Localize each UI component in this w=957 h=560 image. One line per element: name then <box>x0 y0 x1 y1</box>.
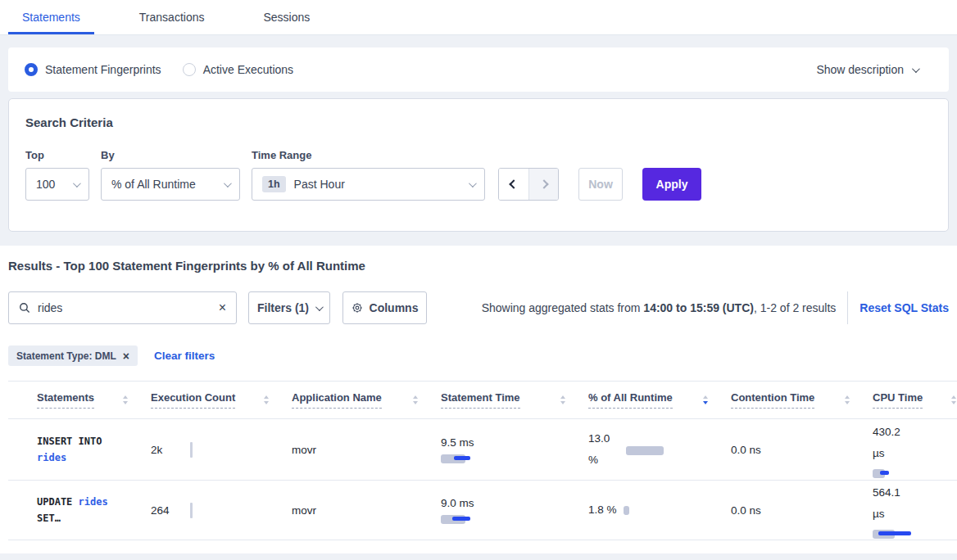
previous-time-window-button[interactable] <box>499 169 528 200</box>
execution-count-bar <box>190 442 193 458</box>
bar-blue <box>452 517 470 521</box>
time-range-label: Time Range <box>252 149 485 161</box>
next-time-window-button[interactable] <box>528 169 558 200</box>
now-button-label: Now <box>588 178 613 191</box>
gear-icon <box>352 302 363 314</box>
tab-transactions[interactable]: Transactions <box>125 0 219 34</box>
statement-time-value: 9.5 ms <box>441 436 474 449</box>
tab-label: Statements <box>22 11 80 24</box>
sort-icon <box>554 395 565 404</box>
statements-table: Statements Execution Count Application N… <box>8 381 957 540</box>
radio-label: Statement Fingerprints <box>45 63 161 76</box>
results-section: Results - Top 100 Statement Fingerprints… <box>0 246 957 553</box>
statement-link[interactable]: rides <box>79 496 108 508</box>
apply-button[interactable]: Apply <box>642 168 701 201</box>
show-description-toggle[interactable]: Show description <box>816 63 932 76</box>
table-row: UPDATE rides SET… 264 movr 9.0 ms 1.8 % … <box>8 481 957 540</box>
now-button[interactable]: Now <box>578 168 623 201</box>
chevron-left-icon <box>509 179 518 188</box>
execution-count-value: 2k <box>151 444 190 456</box>
filters-button[interactable]: Filters (1) <box>248 291 330 324</box>
by-field: By % of All Runtime <box>101 149 240 201</box>
search-input[interactable] <box>38 301 219 314</box>
clear-search-icon[interactable]: × <box>219 301 226 314</box>
columns-button[interactable]: Columns <box>342 291 427 324</box>
results-heading: Results - Top 100 Statement Fingerprints… <box>8 259 957 273</box>
statement-text: SET… <box>37 513 61 524</box>
chevron-down-icon <box>73 179 81 187</box>
application-name-cell: movr <box>283 481 433 540</box>
time-range-field: Time Range 1h Past Hour <box>252 149 485 201</box>
radio-statement-fingerprints[interactable]: Statement Fingerprints <box>25 63 161 76</box>
filter-pill-label: Statement Type: DML <box>16 350 116 362</box>
column-header-pct-of-all-runtime[interactable]: % of All Runtime <box>580 382 723 418</box>
statement-search-box: × <box>8 291 237 324</box>
search-criteria-card: Search Criteria Top 100 By % of All Runt… <box>8 98 949 232</box>
chevron-down-icon <box>224 179 232 187</box>
column-header-application-name[interactable]: Application Name <box>283 382 433 418</box>
column-header-contention-time[interactable]: Contention Time <box>723 382 864 418</box>
execution-count-value: 264 <box>151 504 190 517</box>
sort-icon <box>116 395 128 404</box>
bar-blue <box>878 531 911 535</box>
statement-text: UPDATE <box>37 496 79 508</box>
statement-cell: UPDATE rides SET… <box>8 481 143 540</box>
column-header-label: CPU Time <box>873 391 923 409</box>
top-label: Top <box>25 149 89 161</box>
sort-icon <box>406 395 418 404</box>
clear-filters-link[interactable]: Clear filters <box>154 350 215 362</box>
cpu-time-bar <box>873 468 885 477</box>
statement-text: INSERT INTO <box>37 436 102 447</box>
radio-active-executions[interactable]: Active Executions <box>183 63 294 76</box>
applied-filters-row: Statement Type: DML × Clear filters <box>8 345 957 366</box>
column-header-label: Contention Time <box>731 391 814 409</box>
tab-sessions[interactable]: Sessions <box>249 0 324 34</box>
statement-link[interactable]: rides <box>37 452 66 463</box>
by-select[interactable]: % of All Runtime <box>101 168 240 201</box>
remove-filter-icon[interactable]: × <box>123 350 129 362</box>
column-header-label: Execution Count <box>151 391 235 409</box>
apply-button-label: Apply <box>656 178 688 191</box>
bar-blue <box>880 471 889 475</box>
time-range-badge: 1h <box>262 176 286 192</box>
column-header-statements[interactable]: Statements <box>8 382 143 418</box>
statement-time-bar <box>441 514 465 523</box>
cpu-time-value: 564.1 µs <box>873 482 914 524</box>
results-toolbar: × Filters (1) Columns Showing aggregated… <box>8 291 957 324</box>
contention-time-cell: 0.0 ns <box>723 481 864 540</box>
show-description-label: Show description <box>816 63 904 76</box>
tab-statements[interactable]: Statements <box>8 0 94 34</box>
search-criteria-title: Search Criteria <box>25 115 932 129</box>
sort-icon <box>838 395 850 404</box>
search-criteria-form: Top 100 By % of All Runtime Time Range 1… <box>25 149 932 201</box>
radio-selected-icon <box>25 63 38 76</box>
reset-sql-stats-link[interactable]: Reset SQL Stats <box>859 301 949 314</box>
runtime-pct-value: 1.8 % <box>588 499 617 521</box>
statement-cell: INSERT INTO rides <box>8 419 143 480</box>
execution-count-cell: 2k <box>143 419 283 480</box>
column-header-execution-count[interactable]: Execution Count <box>143 382 283 418</box>
time-range-select[interactable]: 1h Past Hour <box>252 168 485 201</box>
top-field: Top 100 <box>25 149 89 201</box>
statement-time-bar <box>441 454 465 463</box>
filter-pill-statement-type: Statement Type: DML × <box>8 345 138 366</box>
tab-label: Sessions <box>263 11 310 24</box>
table-row: INSERT INTO rides 2k movr 9.5 ms 13.0 % … <box>8 419 957 481</box>
stats-summary-text: Showing aggregated stats from 14:00 to 1… <box>482 301 837 314</box>
status-suffix: , 1-2 of 2 results <box>754 301 836 314</box>
top-select[interactable]: 100 <box>25 168 89 201</box>
bar-gray <box>624 506 629 515</box>
execution-count-bar <box>190 503 193 518</box>
runtime-pct-bar <box>626 445 664 454</box>
column-header-label: Application Name <box>292 391 382 409</box>
column-header-cpu-time[interactable]: CPU Time <box>864 382 957 418</box>
column-header-statement-time[interactable]: Statement Time <box>433 382 580 418</box>
vertical-divider <box>847 291 848 324</box>
column-header-label: Statements <box>37 391 94 409</box>
tab-label: Transactions <box>139 11 205 24</box>
bar-blue <box>454 456 470 460</box>
time-range-value: Past Hour <box>294 178 345 191</box>
execution-count-cell: 264 <box>143 481 283 540</box>
status-prefix: Showing aggregated stats from <box>482 301 644 314</box>
contention-time-cell: 0.0 ns <box>723 419 864 480</box>
